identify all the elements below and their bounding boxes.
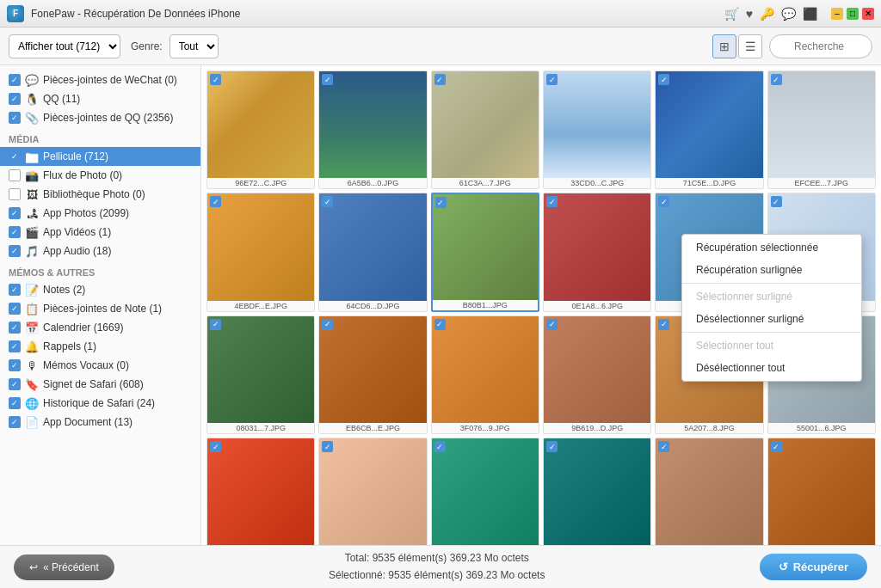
key-icon[interactable]: 🔑 [760, 7, 774, 21]
checkbox-qq[interactable]: ✓ [9, 93, 21, 105]
photo-cell[interactable]: ✓9B619...D.JPG [543, 315, 651, 434]
screen-icon[interactable]: ⬛ [803, 7, 817, 21]
sidebar-item-app-document[interactable]: ✓📄App Document (13) [0, 413, 200, 432]
sidebar-item-notes[interactable]: ✓📝Notes (2) [0, 280, 200, 299]
checkbox-app-photos[interactable]: ✓ [9, 207, 21, 219]
heart-icon[interactable]: ♥ [746, 7, 753, 21]
photo-checkbox[interactable]: ✓ [658, 196, 669, 207]
photo-checkbox[interactable]: ✓ [434, 74, 446, 85]
photo-checkbox[interactable]: ✓ [658, 319, 669, 330]
sidebar-item-flux-photo[interactable]: 📸Flux de Photo (0) [0, 166, 200, 185]
checkbox-pellicule[interactable]: ✓ [9, 150, 21, 162]
photo-checkbox[interactable]: ✓ [322, 441, 333, 452]
photo-cell[interactable]: ✓EFCEE...7.JPG [767, 70, 876, 189]
context-menu-item[interactable]: Désélectionner surligné [682, 308, 861, 330]
photo-cell[interactable]: ✓71C5E...D.JPG [655, 70, 763, 189]
sidebar-item-pieces-note[interactable]: ✓📋Pièces-jointes de Note (1) [0, 299, 200, 318]
photo-checkbox[interactable]: ✓ [546, 196, 558, 207]
photo-checkbox[interactable]: ✓ [210, 74, 221, 85]
photo-checkbox[interactable]: ✓ [322, 319, 333, 330]
photo-cell[interactable]: ✓64CD6...D.JPG [318, 193, 427, 311]
checkbox-pieces-note[interactable]: ✓ [9, 303, 21, 315]
recover-button[interactable]: ↺ Récupérer [760, 554, 867, 580]
context-menu-item[interactable]: Récupération sélectionnée [682, 236, 861, 259]
genre-select[interactable]: Tout [169, 34, 219, 58]
checkbox-bibliotheque-photo[interactable] [9, 188, 21, 200]
sidebar-item-app-photos[interactable]: ✓🏞App Photos (2099) [0, 204, 200, 223]
photo-checkbox[interactable]: ✓ [210, 441, 221, 452]
photo-thumbnail [432, 71, 539, 178]
checkbox-signet-safari[interactable]: ✓ [9, 378, 21, 390]
checkbox-app-audio[interactable]: ✓ [9, 245, 21, 257]
photo-checkbox[interactable]: ✓ [658, 74, 669, 85]
photo-cell[interactable]: ✓33CD0...C.JPG [543, 70, 651, 189]
photo-checkbox[interactable]: ✓ [771, 441, 782, 452]
photo-cell[interactable]: ✓41F08...F.JPG [318, 438, 427, 545]
photo-checkbox[interactable]: ✓ [434, 319, 446, 330]
photo-cell[interactable]: ✓0E1A8...6.JPG [543, 193, 651, 311]
sidebar-item-historique-safari[interactable]: ✓🌐Historique de Safari (24) [0, 394, 200, 413]
search-input[interactable] [769, 34, 872, 58]
minimize-button[interactable]: – [831, 8, 843, 20]
checkbox-pieces-wechat[interactable]: ✓ [9, 74, 21, 86]
photo-checkbox[interactable]: ✓ [771, 74, 782, 85]
photo-cell[interactable]: ✓08031...7.JPG [206, 315, 315, 434]
sidebar-item-calendrier[interactable]: ✓📅Calendrier (1669) [0, 318, 200, 337]
maximize-button[interactable]: □ [847, 8, 859, 20]
photo-cell[interactable]: ✓B80B1...JPG [431, 193, 539, 311]
photo-cell[interactable]: ✓366C9...9.JPG [767, 438, 876, 545]
photo-cell[interactable]: ✓61C3A...7.JPG [431, 70, 539, 189]
checkbox-pieces-qq[interactable]: ✓ [9, 112, 21, 124]
sidebar-item-memos-vocaux[interactable]: ✓🎙Mémos Vocaux (0) [0, 356, 200, 375]
photo-checkbox[interactable]: ✓ [658, 441, 669, 452]
cart-icon[interactable]: 🛒 [724, 7, 739, 21]
photo-checkbox[interactable]: ✓ [322, 74, 333, 85]
close-button[interactable]: ✕ [862, 8, 874, 20]
photo-cell[interactable]: ✓0BA83...7.JPG [206, 438, 315, 545]
photo-cell[interactable]: ✓4EBDF...E.JPG [206, 193, 315, 311]
sidebar-item-pieces-qq[interactable]: ✓📎Pièces-jointes de QQ (2356) [0, 108, 200, 127]
photo-label: 96E72...C.JPG [207, 178, 314, 188]
sidebar-item-rappels[interactable]: ✓🔔Rappels (1) [0, 337, 200, 356]
checkbox-calendrier[interactable]: ✓ [9, 322, 21, 334]
context-menu-item[interactable]: Récupération surlignée [682, 259, 861, 281]
photo-cell[interactable]: ✓EB6CB...E.JPG [318, 315, 427, 434]
sidebar-item-pellicule[interactable]: ✓📷Pellicule (712) [0, 147, 200, 166]
display-select[interactable]: Afficher tout (712) [9, 34, 120, 58]
photo-checkbox[interactable]: ✓ [546, 319, 558, 330]
photo-cell[interactable]: ✓6A5B6...0.JPG [318, 70, 427, 189]
photo-checkbox[interactable]: ✓ [771, 196, 782, 207]
sidebar-item-pieces-wechat[interactable]: ✓💬Pièces-jointes de WeChat (0) [0, 70, 200, 89]
list-view-button[interactable]: ☰ [738, 34, 762, 58]
chat-icon[interactable]: 💬 [781, 7, 796, 21]
sidebar-item-app-videos[interactable]: ✓🎬App Vidéos (1) [0, 223, 200, 242]
checkbox-app-document[interactable]: ✓ [9, 416, 21, 428]
photo-checkbox[interactable]: ✓ [435, 197, 447, 208]
photo-cell[interactable]: ✓A7C46...1.JPG [431, 438, 539, 545]
photo-label: 9B619...D.JPG [544, 423, 650, 433]
sidebar-item-signet-safari[interactable]: ✓🔖Signet de Safari (608) [0, 375, 200, 394]
grid-view-button[interactable]: ⊞ [712, 34, 736, 58]
photo-checkbox[interactable]: ✓ [210, 319, 221, 330]
photo-cell[interactable]: ✓3F076...9.JPG [431, 315, 539, 434]
photo-cell[interactable]: ✓01F1A...E.JPG [655, 438, 763, 545]
sidebar-item-bibliotheque-photo[interactable]: 🖼Bibliothèque Photo (0) [0, 185, 200, 204]
photo-grid-container[interactable]: ✓96E72...C.JPG✓6A5B6...0.JPG✓61C3A...7.J… [201, 65, 881, 545]
photo-checkbox[interactable]: ✓ [546, 74, 558, 85]
photo-checkbox[interactable]: ✓ [546, 441, 558, 452]
context-menu-item[interactable]: Désélectionner tout [682, 357, 861, 379]
photo-checkbox[interactable]: ✓ [434, 441, 446, 452]
checkbox-flux-photo[interactable] [9, 169, 21, 181]
sidebar-item-app-audio[interactable]: ✓🎵App Audio (18) [0, 242, 200, 260]
checkbox-memos-vocaux[interactable]: ✓ [9, 359, 21, 371]
photo-cell[interactable]: ✓96E72...C.JPG [206, 70, 315, 189]
back-button[interactable]: ↩ « Précédent [14, 554, 114, 580]
checkbox-notes[interactable]: ✓ [9, 284, 21, 296]
checkbox-historique-safari[interactable]: ✓ [9, 397, 21, 409]
sidebar-item-qq[interactable]: ✓🐧QQ (11) [0, 89, 200, 108]
photo-cell[interactable]: ✓F07C3...3.JPG [543, 438, 651, 545]
checkbox-rappels[interactable]: ✓ [9, 340, 21, 352]
checkbox-app-videos[interactable]: ✓ [9, 226, 21, 238]
photo-checkbox[interactable]: ✓ [322, 196, 333, 207]
photo-checkbox[interactable]: ✓ [210, 196, 221, 207]
